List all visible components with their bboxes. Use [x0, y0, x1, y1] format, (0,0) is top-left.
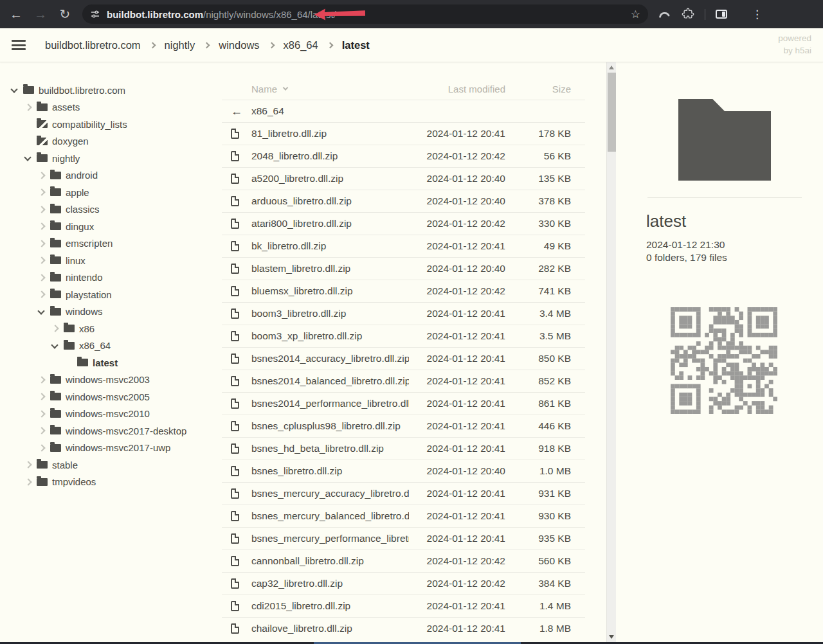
tree-item[interactable]: dingux: [0, 218, 219, 235]
file-row[interactable]: bsnes2014_accuracy_libretro.dll.zip2024-…: [222, 347, 585, 370]
file-modified: 2024-01-12 20:41: [409, 128, 505, 139]
file-row[interactable]: chailove_libretro.dll.zip2024-01-12 20:4…: [222, 617, 585, 640]
column-last-modified[interactable]: Last modified: [409, 84, 505, 94]
tree-item[interactable]: buildbot.libretro.com: [0, 82, 219, 99]
tree-item[interactable]: nightly: [0, 150, 219, 167]
chevron-right-icon[interactable]: [36, 425, 46, 436]
breadcrumb-item[interactable]: buildbot.libretro.com: [45, 39, 141, 51]
chevron-down-icon[interactable]: [50, 341, 60, 351]
scrollbar-thumb[interactable]: [608, 73, 616, 152]
file-row[interactable]: 2048_libretro.dll.zip2024-01-12 20:4256 …: [222, 145, 585, 167]
tree-item[interactable]: linux: [0, 252, 219, 269]
file-row[interactable]: atari800_libretro.dll.zip2024-01-12 20:4…: [222, 212, 585, 235]
file-row[interactable]: 81_libretro.dll.zip2024-01-12 20:41178 K…: [222, 122, 585, 145]
file-row[interactable]: bsnes_mercury_accuracy_libretro.dll.zip2…: [222, 482, 585, 505]
tree-item[interactable]: stable: [0, 456, 219, 474]
chevron-down-icon[interactable]: [23, 153, 33, 163]
file-row[interactable]: bsnes2014_balanced_libretro.dll.zip2024-…: [222, 370, 585, 392]
breadcrumb-item[interactable]: windows: [219, 39, 259, 51]
arc-extension-icon[interactable]: [657, 7, 671, 21]
file-name: a5200_libretro.dll.zip: [244, 173, 409, 184]
list-scrollbar[interactable]: [606, 62, 616, 642]
column-size[interactable]: Size: [505, 84, 571, 94]
tree-item[interactable]: x86_64: [0, 337, 219, 355]
chevron-right-icon[interactable]: [23, 102, 33, 112]
tree-item[interactable]: apple: [0, 184, 219, 201]
side-panel-icon[interactable]: [716, 10, 727, 19]
tree-item[interactable]: emscripten: [0, 235, 219, 253]
chevron-right-icon[interactable]: [36, 187, 46, 197]
chevron-right-icon[interactable]: [36, 255, 46, 265]
file-row[interactable]: cap32_libretro.dll.zip2024-01-12 20:4238…: [222, 572, 585, 595]
chevron-down-icon[interactable]: [9, 85, 19, 95]
file-row[interactable]: cdi2015_libretro.dll.zip2024-01-12 20:41…: [222, 595, 585, 617]
chevron-right-icon[interactable]: [36, 443, 46, 453]
tree-item[interactable]: classics: [0, 201, 219, 219]
tree-item[interactable]: doxygen: [0, 133, 219, 150]
tree-item[interactable]: compatibility_lists: [0, 116, 219, 133]
tree-item[interactable]: nintendo: [0, 269, 219, 287]
file-row[interactable]: bk_libretro.dll.zip2024-01-12 20:4149 KB: [222, 235, 585, 257]
file-row[interactable]: bsnes_mercury_balanced_libretro.dll.zip2…: [222, 505, 585, 527]
back-button[interactable]: ←: [5, 3, 27, 25]
chevron-right-icon[interactable]: [23, 460, 33, 470]
tree-item[interactable]: windows-msvc2017-uwp: [0, 440, 219, 457]
tree-item[interactable]: playstation: [0, 286, 219, 303]
breadcrumb-item[interactable]: latest: [342, 39, 370, 51]
file-row[interactable]: blastem_libretro.dll.zip2024-01-12 20:40…: [222, 257, 585, 280]
chevron-right-icon[interactable]: [36, 204, 46, 215]
bookmark-star-icon[interactable]: ☆: [631, 8, 640, 21]
chevron-right-icon[interactable]: [36, 238, 46, 249]
tree-item[interactable]: tmpvideos: [0, 474, 219, 491]
file-icon: [231, 601, 239, 611]
file-row[interactable]: bsnes_mercury_performance_libretro.dll.z…: [222, 527, 585, 550]
breadcrumb-item[interactable]: nightly: [165, 39, 195, 51]
browser-menu-icon[interactable]: ⋮: [752, 8, 763, 21]
extensions-puzzle-icon[interactable]: [682, 8, 694, 21]
url-text[interactable]: buildbot.libretro.com/nightly/windows/x8…: [107, 9, 336, 20]
tree-item[interactable]: x86: [0, 320, 219, 337]
site-settings-icon[interactable]: [90, 9, 100, 19]
file-row[interactable]: arduous_libretro.dll.zip2024-01-12 20:40…: [222, 190, 585, 212]
file-row[interactable]: bsnes_hd_beta_libretro.dll.zip2024-01-12…: [222, 437, 585, 460]
chevron-right-icon[interactable]: [23, 477, 33, 487]
file-row[interactable]: bsnes2014_performance_libretro.dll.zip20…: [222, 392, 585, 415]
chevron-right-icon[interactable]: [36, 221, 46, 231]
chevron-down-icon[interactable]: [36, 307, 46, 317]
file-row[interactable]: cannonball_libretro.dll.zip2024-01-12 20…: [222, 550, 585, 572]
tree-item[interactable]: windows-msvc2017-desktop: [0, 422, 219, 440]
tree-item[interactable]: windows-msvc2010: [0, 406, 219, 423]
file-modified: 2024-01-12 20:41: [409, 600, 505, 612]
file-row[interactable]: a5200_libretro.dll.zip2024-01-12 20:4013…: [222, 167, 585, 190]
chevron-right-icon[interactable]: [36, 409, 46, 419]
scroll-down-arrow-icon[interactable]: [609, 635, 614, 639]
file-row[interactable]: bsnes_libretro.dll.zip2024-01-12 20:401.…: [222, 460, 585, 482]
chevron-right-icon[interactable]: [50, 323, 60, 334]
tree-item[interactable]: windows: [0, 303, 219, 321]
breadcrumb-item[interactable]: x86_64: [284, 39, 318, 51]
column-name[interactable]: Name: [244, 84, 409, 94]
file-row[interactable]: bsnes_cplusplus98_libretro.dll.zip2024-0…: [222, 415, 585, 437]
chevron-right-icon[interactable]: [36, 273, 46, 283]
chevron-right-icon[interactable]: [36, 375, 46, 385]
reload-button[interactable]: ↻: [54, 3, 76, 25]
file-size: 1.8 MB: [505, 623, 571, 634]
file-row[interactable]: boom3_xp_libretro.dll.zip2024-01-12 20:4…: [222, 325, 585, 347]
parent-folder-row[interactable]: ← x86_64: [222, 100, 585, 122]
menu-hamburger-icon[interactable]: [12, 40, 26, 50]
tree-item[interactable]: latest: [0, 354, 219, 371]
tree-item[interactable]: windows-msvc2003: [0, 371, 219, 389]
tree-item[interactable]: android: [0, 167, 219, 184]
file-name: bsnes_cplusplus98_libretro.dll.zip: [244, 420, 409, 432]
tree-item[interactable]: windows-msvc2005: [0, 388, 219, 406]
file-row[interactable]: bluemsx_libretro.dll.zip2024-01-12 20:42…: [222, 280, 585, 302]
forward-button[interactable]: →: [30, 3, 51, 25]
chevron-right-icon[interactable]: [36, 289, 46, 300]
chevron-right-icon[interactable]: [36, 391, 46, 402]
scroll-up-arrow-icon[interactable]: [609, 66, 614, 69]
chevron-right-icon[interactable]: [36, 170, 46, 181]
tree-item[interactable]: assets: [0, 99, 219, 116]
file-row[interactable]: boom3_libretro.dll.zip2024-01-12 20:413.…: [222, 302, 585, 325]
tree-item-label: x86_64: [79, 340, 111, 351]
file-name: boom3_libretro.dll.zip: [244, 308, 409, 319]
